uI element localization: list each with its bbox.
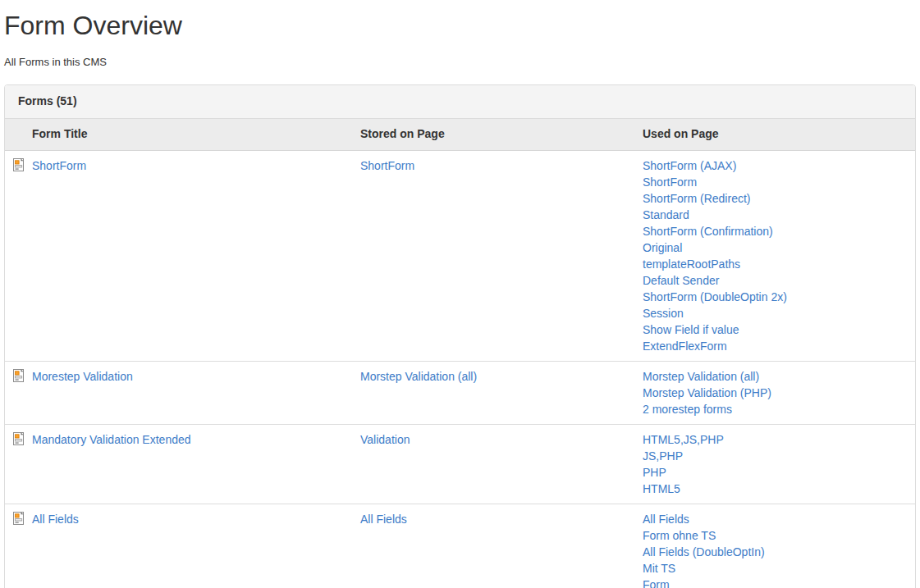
- used-page-link[interactable]: Morstep Validation (PHP): [643, 385, 909, 401]
- form-icon-cell: [5, 361, 29, 424]
- panel-heading: Forms (51): [5, 85, 915, 119]
- page-title: Form Overview: [4, 7, 916, 44]
- stored-page-link[interactable]: ShortForm: [360, 159, 414, 172]
- table-row: All FieldsAll FieldsAll FieldsForm ohne …: [5, 504, 915, 588]
- stored-page-cell: Morstep Validation (all): [354, 361, 636, 424]
- used-page-link[interactable]: HTML5,JS,PHP: [643, 431, 909, 448]
- form-document-icon: [12, 512, 25, 525]
- used-page-link[interactable]: Default Sender: [643, 272, 909, 289]
- used-page-cell: Morstep Validation (all)Morstep Validati…: [636, 361, 915, 424]
- form-icon-cell: [5, 424, 29, 504]
- used-page-link[interactable]: templateRootPaths: [643, 256, 909, 272]
- used-page-link[interactable]: JS,PHP: [643, 448, 909, 464]
- forms-panel: Forms (51) Form Title Stored on Page Use…: [4, 84, 916, 588]
- stored-page-link[interactable]: All Fields: [360, 513, 407, 526]
- form-title-link[interactable]: ShortForm: [32, 159, 86, 172]
- table-row: ShortFormShortFormShortForm (AJAX)ShortF…: [5, 150, 915, 361]
- form-icon-cell: [5, 150, 29, 361]
- used-page-link[interactable]: ShortForm (DoubleOptin 2x): [643, 289, 909, 305]
- forms-table: Form Title Stored on Page Used on Page S…: [5, 119, 915, 588]
- form-document-icon: [12, 432, 25, 445]
- used-page-cell: All FieldsForm ohne TSAll Fields (Double…: [636, 504, 915, 588]
- form-title-cell: Morestep Validation: [29, 361, 354, 424]
- used-page-link[interactable]: Session: [643, 305, 909, 321]
- icon-column-header: [5, 119, 29, 150]
- column-header-stored-on-page: Stored on Page: [354, 119, 636, 150]
- page-subtitle: All Forms in this CMS: [4, 55, 916, 70]
- used-page-link[interactable]: ShortForm (AJAX): [643, 157, 909, 174]
- used-page-link[interactable]: Form: [643, 577, 909, 588]
- table-row: Mandatory Validation ExtendedValidationH…: [5, 424, 915, 504]
- stored-page-link[interactable]: Validation: [360, 433, 410, 446]
- column-header-used-on-page: Used on Page: [636, 119, 915, 150]
- table-row: Morestep ValidationMorstep Validation (a…: [5, 361, 915, 424]
- form-title-cell: All Fields: [29, 504, 354, 588]
- used-page-link[interactable]: Morstep Validation (all): [643, 368, 909, 385]
- form-icon-cell: [5, 504, 29, 588]
- used-page-link[interactable]: ShortForm (Redirect): [643, 190, 909, 207]
- used-page-link[interactable]: All Fields (DoubleOptIn): [643, 544, 909, 560]
- used-page-link[interactable]: ExtendFlexForm: [643, 338, 909, 354]
- used-page-link[interactable]: HTML5: [643, 481, 909, 497]
- forms-table-body: ShortFormShortFormShortForm (AJAX)ShortF…: [5, 150, 915, 588]
- form-title-cell: Mandatory Validation Extended: [29, 424, 354, 504]
- form-document-icon: [12, 158, 25, 171]
- used-page-link[interactable]: All Fields: [643, 511, 909, 527]
- used-page-link[interactable]: Form ohne TS: [643, 527, 909, 544]
- form-title-link[interactable]: Mandatory Validation Extended: [32, 433, 191, 446]
- used-page-link[interactable]: ShortForm: [643, 174, 909, 190]
- used-page-link[interactable]: 2 morestep forms: [643, 401, 909, 417]
- form-title-link[interactable]: All Fields: [32, 513, 79, 526]
- used-page-cell: HTML5,JS,PHPJS,PHPPHPHTML5: [636, 424, 915, 504]
- used-page-link[interactable]: Standard: [643, 207, 909, 223]
- stored-page-cell: ShortForm: [354, 150, 636, 361]
- form-title-link[interactable]: Morestep Validation: [32, 370, 133, 383]
- used-page-link[interactable]: Show Field if value: [643, 321, 909, 338]
- used-page-link[interactable]: Original: [643, 239, 909, 256]
- stored-page-cell: Validation: [354, 424, 636, 504]
- stored-page-cell: All Fields: [354, 504, 636, 588]
- used-page-link[interactable]: Mit TS: [643, 560, 909, 577]
- table-header: Form Title Stored on Page Used on Page: [5, 119, 915, 150]
- stored-page-link[interactable]: Morstep Validation (all): [360, 370, 477, 383]
- page: Form Overview All Forms in this CMS Form…: [0, 7, 920, 588]
- used-page-cell: ShortForm (AJAX)ShortFormShortForm (Redi…: [636, 150, 915, 361]
- used-page-link[interactable]: PHP: [643, 464, 909, 481]
- form-document-icon: [12, 369, 25, 382]
- form-title-cell: ShortForm: [29, 150, 354, 361]
- used-page-link[interactable]: ShortForm (Confirmation): [643, 223, 909, 239]
- column-header-form-title: Form Title: [29, 119, 354, 150]
